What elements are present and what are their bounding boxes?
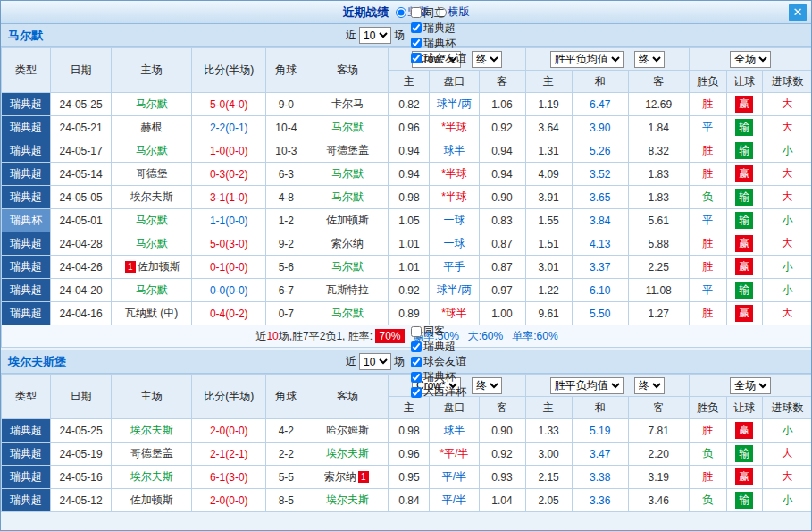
spread-result-badge: 输 bbox=[735, 142, 753, 159]
checkbox[interactable] bbox=[411, 387, 422, 398]
date-cell: 24-04-26 bbox=[51, 256, 112, 279]
result-cell: 胜 bbox=[689, 93, 726, 116]
odds-final-select[interactable]: 终 bbox=[472, 51, 502, 68]
avg-draw-cell: 3.38 bbox=[572, 466, 628, 489]
spread-result-badge: 赢 bbox=[735, 468, 753, 485]
avg-away-cell: 8.32 bbox=[628, 139, 689, 163]
match-row: 瑞典超24-05-25埃尔夫斯2-0(0-0)4-2哈尔姆斯0.98球半0.90… bbox=[2, 419, 812, 442]
spread-result-cell: 输 bbox=[726, 186, 762, 209]
match-row: 瑞典超24-04-20马尔默0-0(0-0)6-7瓦斯特拉0.92球半/两0.9… bbox=[2, 279, 812, 302]
col-header-odds-home: 主 bbox=[389, 397, 430, 419]
home-team-cell[interactable]: 埃尔夫斯 bbox=[112, 419, 192, 442]
games-count-select[interactable]: 10 bbox=[359, 27, 391, 44]
filter-checkbox-瑞典超[interactable]: 瑞典超 bbox=[405, 21, 466, 36]
avg-draw-cell: 6.47 bbox=[572, 93, 628, 116]
home-team-cell[interactable]: 马尔默 bbox=[112, 232, 192, 256]
match-row: 瑞典超24-05-14哥德堡0-3(0-2)6-3马尔默0.94*半球0.944… bbox=[2, 163, 812, 186]
filter-checkbox-球会友谊[interactable]: 球会友谊 bbox=[405, 354, 466, 369]
checkbox[interactable] bbox=[411, 38, 422, 48]
col-header-avg-away: 客 bbox=[628, 71, 689, 93]
checkbox[interactable] bbox=[411, 372, 422, 383]
avg-away-cell: 3.46 bbox=[628, 489, 689, 512]
spread-result-badge: 赢 bbox=[735, 258, 753, 275]
avg-final-select[interactable]: 终 bbox=[634, 51, 665, 68]
avg-home-cell: 3.01 bbox=[525, 256, 572, 279]
handicap-cell: *半球 bbox=[430, 163, 479, 186]
corners-cell: 9-0 bbox=[266, 93, 306, 116]
away-team-cell[interactable]: 索尔纳 bbox=[306, 232, 389, 256]
section-header-malmo: 马尔默 近 10 场 同主瑞典超瑞典杯球会友谊 bbox=[1, 24, 811, 47]
avg-final-select[interactable]: 终 bbox=[634, 377, 665, 394]
home-team-cell[interactable]: 佐加顿斯 bbox=[112, 489, 192, 512]
away-team-cell[interactable]: 埃尔夫斯 bbox=[306, 489, 389, 512]
away-team-cell[interactable]: 卡尔马 bbox=[306, 93, 389, 116]
score-cell: 2-1(2-1) bbox=[192, 442, 266, 466]
checkbox[interactable] bbox=[411, 341, 422, 352]
home-team-cell[interactable]: 赫根 bbox=[112, 116, 192, 139]
spread-result-cell: 输 bbox=[726, 442, 762, 466]
col-header-handicap: 盘口 bbox=[430, 71, 479, 93]
away-team-cell[interactable]: 马尔默 bbox=[306, 186, 389, 209]
home-team-cell[interactable]: 1佐加顿斯 bbox=[112, 256, 192, 279]
away-team-cell[interactable]: 马尔默 bbox=[306, 163, 389, 186]
home-team-cell[interactable]: 瓦纳默 (中) bbox=[112, 302, 192, 325]
spread-result-cell: 赢 bbox=[726, 232, 762, 256]
red-card-badge: 1 bbox=[125, 261, 136, 273]
odds-away-cell: 0.97 bbox=[479, 279, 525, 302]
away-team-cell[interactable]: 马尔默 bbox=[306, 116, 389, 139]
home-team-cell[interactable]: 马尔默 bbox=[112, 139, 192, 163]
away-team-cell[interactable]: 哈尔姆斯 bbox=[306, 419, 389, 442]
away-team-cell[interactable]: 埃尔夫斯 bbox=[306, 442, 389, 466]
checkbox[interactable] bbox=[411, 357, 422, 367]
home-team-cell[interactable]: 马尔默 bbox=[112, 209, 192, 232]
date-cell: 24-05-16 bbox=[51, 466, 112, 489]
col-header-score: 比分(半场) bbox=[192, 48, 266, 93]
score-cell: 1-1(0-0) bbox=[192, 209, 266, 232]
score-cell: 0-4(0-2) bbox=[192, 302, 266, 325]
avg-select[interactable]: 胜平负均值 bbox=[550, 51, 624, 68]
league-cell: 瑞典超 bbox=[2, 139, 51, 163]
away-team-cell[interactable]: 哥德堡盖 bbox=[306, 139, 389, 163]
match-row: 瑞典超24-05-05埃尔夫斯3-1(1-0)4-8马尔默0.98*半球0.90… bbox=[2, 186, 812, 209]
filter-checkbox-瑞典超[interactable]: 瑞典超 bbox=[405, 339, 466, 354]
col-header-handicap: 盘口 bbox=[430, 397, 479, 419]
home-team-cell[interactable]: 埃尔夫斯 bbox=[112, 466, 192, 489]
checkbox[interactable] bbox=[411, 53, 422, 63]
home-team-cell[interactable]: 马尔默 bbox=[112, 93, 192, 116]
avg-select[interactable]: 胜平负均值 bbox=[550, 377, 624, 394]
avg-draw-cell: 6.10 bbox=[572, 279, 628, 302]
away-team-cell[interactable]: 瓦斯特拉 bbox=[306, 279, 389, 302]
odds-home-cell: 0.89 bbox=[389, 302, 430, 325]
checkbox[interactable] bbox=[411, 22, 422, 33]
handicap-cell: 球半 bbox=[430, 139, 479, 163]
filter-checkbox-同客[interactable]: 同客 bbox=[405, 324, 466, 339]
odds-home-cell: 0.96 bbox=[389, 116, 430, 139]
home-team-cell[interactable]: 哥德堡盖 bbox=[112, 442, 192, 466]
away-team-cell[interactable]: 索尔纳1 bbox=[306, 466, 389, 489]
spread-result-cell: 输 bbox=[726, 139, 762, 163]
filter-checkbox-球会友谊[interactable]: 球会友谊 bbox=[405, 51, 466, 66]
result-cell: 胜 bbox=[689, 302, 726, 325]
full-match-select[interactable]: 全场 bbox=[730, 51, 771, 68]
home-team-cell[interactable]: 埃尔夫斯 bbox=[112, 186, 192, 209]
checkbox[interactable] bbox=[411, 326, 422, 337]
league-cell: 瑞典超 bbox=[2, 279, 51, 302]
home-team-cell[interactable]: 哥德堡 bbox=[112, 163, 192, 186]
away-team-cell[interactable]: 佐加顿斯 bbox=[306, 209, 389, 232]
checkbox[interactable] bbox=[411, 7, 422, 18]
full-match-select[interactable]: 全场 bbox=[730, 377, 771, 394]
filter-checkbox-同主[interactable]: 同主 bbox=[405, 5, 466, 21]
home-team-cell[interactable]: 马尔默 bbox=[112, 279, 192, 302]
away-team-cell[interactable]: 马尔默 bbox=[306, 302, 389, 325]
away-team-cell[interactable]: 马尔默 bbox=[306, 256, 389, 279]
corners-cell: 2-2 bbox=[266, 442, 306, 466]
avg-home-cell: 1.51 bbox=[525, 232, 572, 256]
corners-cell: 1-2 bbox=[266, 209, 306, 232]
odds-final-select[interactable]: 终 bbox=[472, 377, 502, 394]
filter-checkbox-瑞典杯[interactable]: 瑞典杯 bbox=[405, 36, 466, 51]
filter-checkbox-大西洋杯[interactable]: 大西洋杯 bbox=[405, 384, 466, 400]
filter-checkboxes: 同主瑞典超瑞典杯球会友谊 bbox=[405, 5, 466, 66]
close-button[interactable]: ✕ bbox=[789, 4, 807, 21]
filter-checkbox-瑞典杯[interactable]: 瑞典杯 bbox=[405, 369, 466, 384]
games-count-select[interactable]: 10 bbox=[359, 353, 391, 370]
